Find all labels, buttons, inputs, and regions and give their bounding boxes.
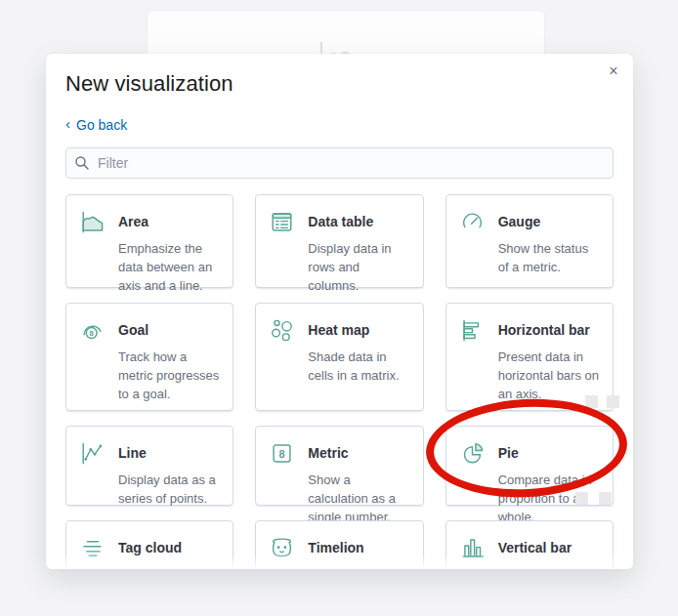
- vis-card-description: Show the status of a metric.: [498, 240, 601, 277]
- svg-text:8: 8: [90, 329, 94, 338]
- line-chart-icon: [79, 439, 106, 467]
- vis-card-gauge[interactable]: Gauge Show the status of a metric.: [445, 194, 614, 288]
- go-back-label: Go back: [76, 117, 127, 133]
- vis-card-line[interactable]: Line Display data as a series of points.: [65, 426, 233, 506]
- vis-card-title: Pie: [498, 445, 601, 461]
- goal-icon: 8: [79, 316, 106, 344]
- vis-card-description: Shade data in cells in a matrix.: [308, 349, 410, 386]
- vis-card-title: Line: [118, 445, 221, 461]
- vis-card-title: Vertical bar: [498, 540, 601, 555]
- vis-card-title: Timelion: [308, 540, 410, 555]
- vis-card-description: Display word frequency with font size.: [118, 566, 221, 569]
- vis-card-title: Tag cloud: [118, 540, 221, 555]
- vis-card-title: Horizontal bar: [498, 322, 601, 338]
- vis-card-title: Gauge: [498, 214, 601, 229]
- new-visualization-modal: × New visualization ‹ Go back Area Empha…: [46, 54, 633, 569]
- svg-text:8: 8: [279, 448, 285, 460]
- gauge-icon: [459, 208, 486, 235]
- vis-card-description: Emphasize the data between an axis and a…: [118, 240, 221, 296]
- vis-card-description: Track how a metric progresses to a goal.: [118, 349, 221, 404]
- vis-card-description: Present data in horizontal bars on an ax…: [498, 349, 601, 404]
- pie-chart-icon: [459, 439, 486, 467]
- filter-input[interactable]: [65, 147, 614, 179]
- vis-card-title: Data table: [308, 214, 410, 229]
- vis-card-tag-cloud[interactable]: Tag cloud Display word frequency with fo…: [65, 520, 233, 569]
- vis-card-description: Show time series data on a graph.: [308, 566, 410, 569]
- vis-card-vertical-bar[interactable]: Vertical bar Present data in vertical ba…: [445, 520, 614, 569]
- vis-card-heat-map[interactable]: Heat map Shade data in cells in a matrix…: [255, 303, 423, 411]
- vis-card-description: Display data as a series of points.: [118, 472, 221, 509]
- vis-card-title: Area: [118, 214, 221, 229]
- vis-card-description: Present data in vertical bars on an axis…: [498, 566, 601, 569]
- page-title: New visualization: [65, 71, 614, 97]
- vis-card-title: Goal: [118, 322, 221, 338]
- heat-map-icon: [269, 316, 295, 344]
- chevron-left-icon: ‹: [65, 115, 70, 132]
- vis-card-description: Show a calculation as a single number.: [308, 472, 410, 527]
- vis-card-title: Metric: [308, 445, 410, 461]
- data-table-icon: [269, 208, 295, 235]
- vis-card-metric[interactable]: 8 Metric Show a calculation as a single …: [255, 426, 423, 506]
- vis-card-data-table[interactable]: Data table Display data in rows and colu…: [255, 194, 423, 288]
- vis-card-area[interactable]: Area Emphasize the data between an axis …: [65, 194, 233, 288]
- horizontal-bar-icon: [459, 316, 486, 344]
- vertical-bar-icon: [459, 534, 486, 561]
- filter-field: [65, 147, 614, 179]
- vis-card-pie[interactable]: Pie Compare data in proportion to a whol…: [445, 426, 614, 506]
- tag-cloud-icon: [79, 534, 106, 561]
- vis-card-timelion[interactable]: Timelion Show time series data on a grap…: [255, 520, 423, 569]
- vis-card-horizontal-bar[interactable]: Horizontal bar Present data in horizonta…: [445, 303, 614, 411]
- area-chart-icon: [79, 208, 106, 235]
- close-icon[interactable]: ×: [602, 60, 625, 83]
- vis-card-goal[interactable]: 8 Goal Track how a metric progresses to …: [65, 303, 233, 411]
- visualization-type-grid: Area Emphasize the data between an axis …: [65, 194, 614, 569]
- vis-card-description: Compare data in proportion to a whole.: [498, 472, 601, 527]
- vis-card-description: Display data in rows and columns.: [308, 240, 410, 296]
- timelion-icon: [269, 534, 295, 561]
- vis-card-title: Heat map: [308, 322, 410, 338]
- go-back-link[interactable]: ‹ Go back: [65, 116, 127, 133]
- metric-icon: 8: [269, 439, 295, 467]
